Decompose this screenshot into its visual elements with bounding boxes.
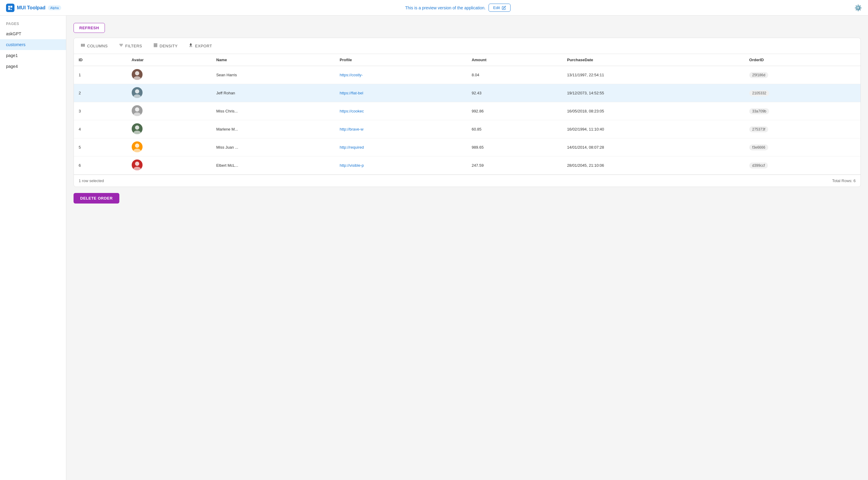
svg-point-7 <box>133 130 141 134</box>
table-row[interactable]: 2 Jeff Rohan https://flat-bel 92.43 19/1… <box>74 84 861 102</box>
avatar <box>132 69 143 80</box>
col-header-amount: Amount <box>467 54 562 66</box>
profile-link[interactable]: http://brave-w <box>340 127 364 131</box>
avatar <box>132 142 143 152</box>
brand-logo <box>6 4 14 12</box>
sidebar-item-page1[interactable]: page1 <box>0 50 66 61</box>
profile-link[interactable]: http://visible-p <box>340 163 364 168</box>
svg-point-0 <box>135 71 139 76</box>
table-row[interactable]: 6 Elbert McL... http://visible-p 247.59 … <box>74 156 861 175</box>
cell-name: Miss Chris... <box>211 102 335 120</box>
profile-link[interactable]: https://costly- <box>340 73 363 77</box>
cell-order-id: 2105332 <box>744 84 861 102</box>
cell-purchase-date: 28/01/2045, 21:10:06 <box>562 156 744 175</box>
svg-point-1 <box>133 76 141 80</box>
table-header-row: ID Avatar Name Profile Amount PurchaseDa… <box>74 54 861 66</box>
density-label: DENSITY <box>160 44 178 48</box>
columns-icon <box>81 43 85 49</box>
refresh-button[interactable]: REFRESH <box>73 23 105 33</box>
col-header-profile: Profile <box>335 54 467 66</box>
columns-label: COLUMNS <box>87 44 108 48</box>
svg-point-2 <box>135 89 139 93</box>
alpha-badge: Alpha <box>48 5 61 10</box>
export-button[interactable]: EXPORT <box>187 41 214 50</box>
svg-point-5 <box>133 113 141 116</box>
cell-avatar <box>127 139 212 156</box>
cell-amount: 989.65 <box>467 139 562 156</box>
order-badge: 275373f <box>749 126 768 132</box>
cell-profile: https://flat-bel <box>335 84 467 102</box>
table-container: COLUMNS FILTERS DENSITY <box>73 38 861 187</box>
total-rows-text: Total Rows: 6 <box>832 179 856 183</box>
filters-label: FILTERS <box>125 44 142 48</box>
filters-button[interactable]: FILTERS <box>117 41 144 50</box>
sidebar-nav: askGPTcustomerspage1page4 <box>0 28 66 72</box>
cell-id: 1 <box>74 66 127 84</box>
edit-button[interactable]: Edit <box>489 4 510 12</box>
cell-amount: 992.86 <box>467 102 562 120</box>
table-row[interactable]: 1 Sean Harris https://costly- 8.04 13/11… <box>74 66 861 84</box>
brand: MUI Toolpad Alpha <box>6 4 61 12</box>
cell-avatar <box>127 84 212 102</box>
table-row[interactable]: 4 Marlene M... http://brave-w 60.85 16/0… <box>74 120 861 139</box>
cell-amount: 247.59 <box>467 156 562 175</box>
svg-point-3 <box>133 94 141 98</box>
col-header-name: Name <box>211 54 335 66</box>
delete-order-button[interactable]: DELETE ORDER <box>73 193 119 204</box>
order-badge: 25f186d <box>749 72 768 78</box>
sidebar-item-customers[interactable]: customers <box>0 39 66 50</box>
cell-name: Jeff Rohan <box>211 84 335 102</box>
sidebar-item-page4[interactable]: page4 <box>0 61 66 72</box>
cell-profile: http://brave-w <box>335 120 467 139</box>
main-content: REFRESH COLUMNS FILTERS <box>66 16 868 480</box>
profile-link[interactable]: http://required <box>340 145 364 150</box>
cell-order-id: d399ccf <box>744 156 861 175</box>
cell-avatar <box>127 66 212 84</box>
cell-name: Marlene M... <box>211 120 335 139</box>
cell-avatar <box>127 102 212 120</box>
cell-purchase-date: 14/01/2014, 08:07:28 <box>562 139 744 156</box>
order-badge: 2105332 <box>749 90 770 96</box>
sidebar-section-label: Pages <box>0 21 66 28</box>
table-row[interactable]: 3 Miss Chris... https://cookec 992.86 16… <box>74 102 861 120</box>
order-badge: d399ccf <box>749 162 768 169</box>
filters-icon <box>119 43 124 49</box>
table-toolbar: COLUMNS FILTERS DENSITY <box>74 38 861 54</box>
cell-profile: https://costly- <box>335 66 467 84</box>
profile-link[interactable]: https://flat-bel <box>340 91 363 95</box>
cell-order-id: 25f186d <box>744 66 861 84</box>
columns-button[interactable]: COLUMNS <box>79 41 110 50</box>
cell-id: 6 <box>74 156 127 175</box>
table-row[interactable]: 5 Miss Juan ... http://required 989.65 1… <box>74 139 861 156</box>
table-body: 1 Sean Harris https://costly- 8.04 13/11… <box>74 66 861 175</box>
cell-purchase-date: 13/11/1997, 22:54:11 <box>562 66 744 84</box>
edit-icon <box>502 6 506 10</box>
app-body: Pages askGPTcustomerspage1page4 REFRESH … <box>0 16 868 480</box>
settings-icon[interactable]: ⚙️ <box>855 4 862 11</box>
toolbar: REFRESH <box>73 23 861 33</box>
cell-avatar <box>127 120 212 139</box>
sidebar-item-askGPT[interactable]: askGPT <box>0 28 66 39</box>
cell-amount: 92.43 <box>467 84 562 102</box>
col-header-order-id: OrderID <box>744 54 861 66</box>
density-button[interactable]: DENSITY <box>151 41 180 50</box>
cell-id: 5 <box>74 139 127 156</box>
cell-amount: 8.04 <box>467 66 562 84</box>
svg-point-8 <box>135 144 139 148</box>
sidebar: Pages askGPTcustomerspage1page4 <box>0 16 66 480</box>
table-header: ID Avatar Name Profile Amount PurchaseDa… <box>74 54 861 66</box>
cell-order-id: 33a709b <box>744 102 861 120</box>
cell-order-id: f3e6666 <box>744 139 861 156</box>
export-icon <box>188 43 193 49</box>
cell-amount: 60.85 <box>467 120 562 139</box>
header-center: This is a preview version of the applica… <box>61 4 855 12</box>
export-label: EXPORT <box>195 44 212 48</box>
density-icon <box>153 43 158 49</box>
col-header-purchase-date: PurchaseDate <box>562 54 744 66</box>
cell-profile: http://visible-p <box>335 156 467 175</box>
preview-text: This is a preview version of the applica… <box>405 5 486 10</box>
cell-profile: https://cookec <box>335 102 467 120</box>
table-footer: 1 row selected Total Rows: 6 <box>74 175 861 187</box>
cell-name: Sean Harris <box>211 66 335 84</box>
profile-link[interactable]: https://cookec <box>340 109 364 113</box>
